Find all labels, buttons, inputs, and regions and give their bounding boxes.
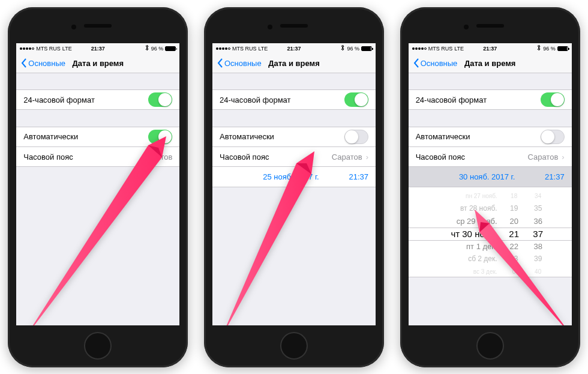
timezone-value: Саратов (332, 152, 362, 161)
phone-1: MTS RUS LTE 21:37 96 % Основные Дата и в… (8, 7, 188, 367)
date-value: 30 нояб. 2017 г. (416, 172, 535, 181)
carrier-label: MTS RUS (36, 46, 61, 52)
row-label: 24-часовой формат (416, 95, 487, 104)
screen: MTS RUS LTE 21:37 96 % Основные Дата и в… (212, 43, 376, 325)
bluetooth-icon (145, 44, 149, 52)
row-timezone[interactable]: Часовой пояс Саратов › (409, 146, 572, 167)
picker-row: 19 (510, 202, 518, 215)
row-label: 24-часовой формат (23, 95, 95, 104)
signal-dots (216, 47, 230, 50)
picker-row: пт 1 дек. (466, 240, 497, 253)
network-label: LTE (258, 46, 268, 52)
picker-row: 20 (509, 215, 518, 228)
timezone-value: Саратов (527, 152, 558, 161)
picker-row: ср 29 нояб. (457, 215, 497, 228)
picker-date-column[interactable]: пн 27 нояб. вт 28 нояб. ср 29 нояб. чт 3… (430, 187, 502, 277)
picker-row: 38 (533, 240, 542, 253)
battery-percent: 96 % (151, 46, 164, 52)
phone-2: MTS RUS LTE 21:37 96 % Основные Дата и в… (204, 7, 384, 367)
toggle-24h[interactable] (541, 92, 565, 107)
row-timezone[interactable]: Часовой пояс Саратов (16, 146, 179, 167)
chevron-right-icon: › (562, 152, 564, 161)
timezone-value: Саратов (142, 152, 172, 161)
phone-speaker (84, 24, 112, 28)
battery-icon (165, 46, 176, 51)
network-label: LTE (454, 46, 464, 52)
row-24h-format[interactable]: 24-часовой формат (16, 89, 179, 110)
date-picker[interactable]: пн 27 нояб. вт 28 нояб. ср 29 нояб. чт 3… (409, 187, 572, 277)
status-bar: MTS RUS LTE 21:37 96 % (16, 43, 179, 54)
statusbar-time: 21:37 (483, 46, 497, 52)
toggle-24h[interactable] (148, 92, 172, 107)
bluetooth-icon (340, 44, 345, 52)
picker-row: 39 (534, 253, 542, 265)
picker-row: сб 2 дек. (468, 253, 497, 265)
battery-icon (557, 46, 568, 51)
row-label: Часовой пояс (220, 152, 269, 161)
picker-row-selected: 21 (509, 228, 519, 240)
page-title: Дата и время (464, 59, 516, 68)
picker-row-selected: чт 30 нояб. (451, 228, 497, 240)
row-datetime[interactable]: 30 нояб. 2017 г. 21:37 (409, 167, 572, 187)
picker-row: 23 (510, 253, 518, 265)
statusbar-time: 21:37 (91, 46, 105, 52)
row-auto[interactable]: Автоматически (16, 127, 179, 147)
picker-row: 34 (535, 190, 541, 202)
screen: MTS RUS LTE 21:37 96 % Основные Дата и в… (409, 43, 572, 325)
status-bar: MTS RUS LTE 21:37 96 % (212, 43, 376, 54)
picker-hour-column[interactable]: 18 19 20 21 22 23 0 (502, 187, 526, 277)
signal-dots (412, 47, 427, 50)
screen: MTS RUS LTE 21:37 96 % Основные Дата и в… (16, 43, 179, 325)
back-button[interactable]: Основные (413, 58, 458, 68)
home-button[interactable] (280, 332, 308, 360)
back-button[interactable]: Основные (21, 58, 65, 68)
back-label: Основные (28, 59, 65, 68)
picker-minute-column[interactable]: 34 35 36 37 38 39 40 (526, 187, 550, 277)
chevron-left-icon (413, 58, 419, 68)
time-value: 21:37 (535, 172, 565, 181)
row-datetime[interactable]: 25 нояб. 2017 г. 21:37 (212, 167, 376, 187)
nav-bar: Основные Дата и время (212, 54, 376, 73)
signal-dots (20, 47, 34, 50)
date-value: 25 нояб. 2017 г. (220, 172, 338, 181)
time-value: 21:37 (338, 172, 368, 181)
toggle-auto[interactable] (344, 130, 368, 144)
toggle-auto[interactable] (148, 130, 172, 144)
phone-camera (464, 25, 469, 29)
picker-row-selected: 37 (533, 228, 543, 240)
page-title: Дата и время (73, 59, 124, 68)
row-24h-format[interactable]: 24-часовой формат (212, 89, 376, 110)
bluetooth-icon (536, 44, 541, 52)
toggle-24h[interactable] (344, 92, 368, 107)
carrier-label: MTS RUS (428, 46, 453, 52)
nav-bar: Основные Дата и время (16, 54, 179, 73)
phone-speaker (476, 24, 504, 28)
row-timezone[interactable]: Часовой пояс Саратов › (212, 146, 376, 167)
picker-row: вс 3 дек. (473, 265, 497, 277)
phone-3: MTS RUS LTE 21:37 96 % Основные Дата и в… (400, 7, 580, 367)
home-button[interactable] (84, 332, 112, 360)
picker-row: 0 (512, 265, 516, 277)
back-button[interactable]: Основные (217, 58, 262, 68)
picker-row: 36 (533, 215, 542, 228)
battery-icon (361, 46, 372, 51)
row-auto[interactable]: Автоматически (409, 127, 572, 147)
picker-row: 40 (535, 265, 541, 277)
phone-camera (71, 25, 76, 29)
row-label: 24-часовой формат (220, 95, 291, 104)
home-button[interactable] (476, 332, 504, 360)
carrier-label: MTS RUS (232, 46, 257, 52)
chevron-left-icon (21, 58, 27, 68)
row-label: Автоматически (23, 132, 78, 141)
row-label: Автоматически (416, 132, 470, 141)
back-label: Основные (224, 59, 262, 68)
battery-percent: 96 % (543, 46, 556, 52)
phone-speaker (280, 24, 308, 28)
row-auto[interactable]: Автоматически (212, 127, 376, 147)
picker-row: 22 (509, 240, 518, 253)
row-24h-format[interactable]: 24-часовой формат (409, 89, 572, 110)
network-label: LTE (62, 46, 72, 52)
row-label: Часовой пояс (23, 152, 73, 161)
toggle-auto[interactable] (541, 130, 565, 144)
picker-row: 35 (534, 202, 542, 215)
